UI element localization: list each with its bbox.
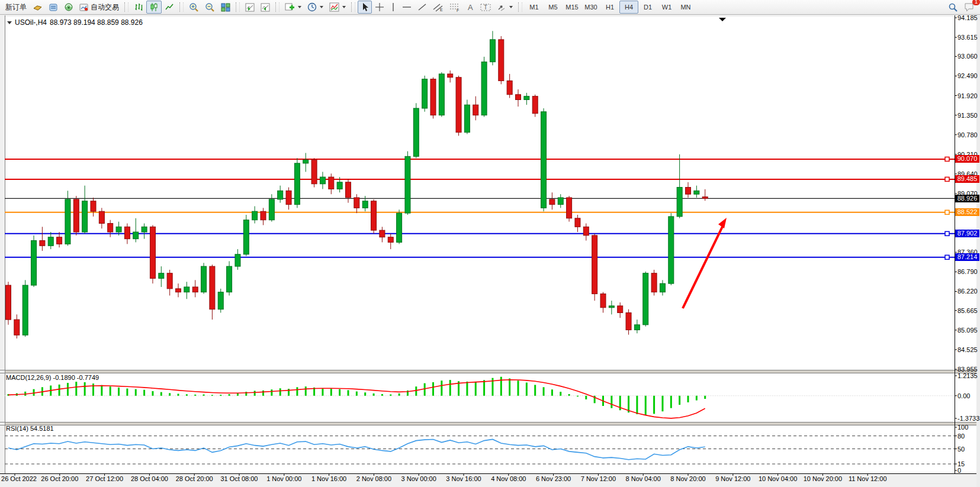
svg-text:A: A [468, 3, 473, 12]
text-label-tool-button[interactable]: T [477, 1, 494, 14]
bull-candle [660, 283, 665, 292]
autotrade-button[interactable]: 自动交易 [76, 1, 122, 14]
indicators-button[interactable] [326, 1, 349, 14]
search-button[interactable] [945, 1, 961, 14]
toolbar-grip [236, 2, 240, 12]
main-toolbar: 新订单 自动交易 [0, 0, 980, 15]
bull-candle [294, 163, 300, 205]
chart-canvas[interactable] [0, 15, 980, 487]
timeframe-button-mn[interactable]: MN [676, 1, 695, 14]
text-label-icon: T [480, 3, 491, 12]
chevron-down-icon [320, 6, 323, 8]
line-chart-button[interactable] [162, 1, 177, 14]
profile-previous-button[interactable] [242, 1, 258, 14]
bear-candle [346, 182, 351, 198]
zoom-out-button[interactable] [202, 1, 218, 14]
bear-candle [618, 306, 623, 313]
bear-candle [354, 198, 359, 208]
level-price-label[interactable]: 87.902 [955, 230, 979, 237]
trendline-tool-button[interactable] [415, 1, 430, 14]
toolbar-grip [124, 2, 128, 12]
timeframe-button-h1[interactable]: H1 [600, 1, 619, 14]
level-price-label[interactable]: 88.522 [955, 208, 979, 216]
profile-next-button[interactable] [258, 1, 273, 14]
bear-candle [507, 81, 512, 95]
text-icon: A [466, 3, 474, 12]
data-window-button[interactable] [46, 1, 61, 14]
notifications-button[interactable]: 1 [961, 1, 978, 14]
bull-candle [65, 199, 70, 244]
bull-candle [397, 213, 402, 242]
timeframe-button-m30[interactable]: M30 [581, 1, 600, 14]
bear-candle [430, 79, 436, 115]
bear-candle [583, 227, 589, 236]
time-axis-label: 8 Nov 20:00 [664, 475, 712, 482]
zoom-in-button[interactable] [186, 1, 202, 14]
bear-candle [651, 273, 657, 292]
bear-candle [99, 211, 104, 223]
market-watch-button[interactable] [30, 1, 46, 14]
bear-candle [499, 40, 504, 81]
bull-candle [413, 108, 419, 156]
level-handle[interactable] [945, 255, 949, 259]
level-handle[interactable] [945, 231, 949, 236]
time-axis-label: 11 Nov 12:00 [844, 475, 891, 482]
bear-candle [167, 273, 172, 289]
navigator-button[interactable] [61, 1, 76, 14]
crosshair-tool-button[interactable] [372, 1, 387, 14]
arrows-shapes-button[interactable] [494, 1, 516, 14]
new-chart-button[interactable] [282, 1, 304, 14]
timeframe-button-m5[interactable]: M5 [544, 1, 563, 14]
equidistant-channel-tool-button[interactable]: E [430, 1, 446, 14]
time-axis-label: 9 Nov 12:00 [709, 475, 757, 482]
level-price-label[interactable]: 87.214 [955, 253, 979, 261]
autotrade-icon [79, 3, 89, 12]
timeframe-button-h4[interactable]: H4 [619, 1, 638, 14]
toolbar-grip [518, 2, 522, 12]
macd-indicator-label: MACD(12,26,9) -0.1890 -0.7749 [6, 374, 99, 381]
rsi-axis-tick: 100 [957, 424, 968, 431]
svg-text:F: F [457, 8, 459, 12]
chart-window[interactable]: USOil-,H4 88.973 89.194 88.859 88.926 MA… [0, 15, 980, 487]
bar-chart-button[interactable] [131, 1, 146, 14]
one-click-trading-collapse-icon[interactable] [7, 21, 12, 24]
bull-candle [269, 199, 274, 220]
bull-candle [362, 201, 368, 208]
candlestick-chart-button[interactable] [146, 1, 162, 14]
level-price-label[interactable]: 90.070 [955, 155, 979, 163]
level-handle[interactable] [945, 210, 949, 214]
bull-candle [48, 237, 53, 246]
level-handle[interactable] [945, 177, 949, 181]
timeframe-button-m15[interactable]: M15 [563, 1, 581, 14]
bear-candle [532, 96, 538, 114]
bear-candle [150, 227, 155, 278]
data-window-icon [49, 3, 58, 12]
timeframe-button-w1[interactable]: W1 [657, 1, 676, 14]
zoom-out-icon [205, 2, 215, 12]
timeframe-button-m1[interactable]: M1 [525, 1, 544, 14]
time-axis-label: 10 Nov 04:00 [754, 475, 802, 482]
bull-candle [422, 79, 428, 108]
rsi-axis-tick: 0 [957, 467, 961, 474]
timeframe-button-d1[interactable]: D1 [638, 1, 657, 14]
text-tool-button[interactable]: A [463, 1, 477, 14]
rsi-axis-tick: 50 [957, 446, 965, 453]
periods-button[interactable] [304, 1, 326, 14]
fibonacci-tool-button[interactable]: F [446, 1, 463, 14]
level-handle[interactable] [945, 157, 949, 161]
horizontal-line-tool-button[interactable] [399, 1, 415, 14]
vertical-line-icon [390, 2, 396, 12]
tile-windows-button[interactable] [218, 1, 233, 14]
vertical-line-tool-button[interactable] [387, 1, 399, 14]
bull-candle [337, 182, 342, 189]
bear-candle [388, 237, 393, 243]
bid-price-label[interactable]: 88.926 [955, 195, 979, 202]
macd-axis-tick: 1.2135 [957, 372, 978, 379]
price-axis-tick: 93.615 [957, 34, 978, 41]
timeframe-toolbar: M1M5M15M30H1H4D1W1MN [525, 1, 695, 14]
toolbar-grip [179, 2, 184, 12]
crosshair-icon [375, 2, 384, 12]
cursor-tool-button[interactable] [358, 1, 372, 14]
level-price-label[interactable]: 89.485 [955, 175, 979, 183]
new-order-button[interactable]: 新订单 [2, 1, 30, 14]
